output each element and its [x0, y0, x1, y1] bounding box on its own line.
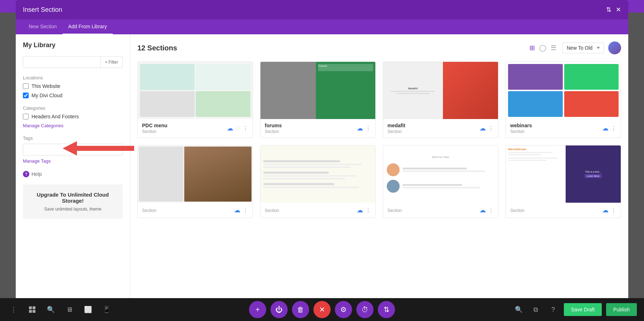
- svg-rect-3: [29, 310, 32, 313]
- toolbar-tablet-button[interactable]: ⬜: [82, 303, 94, 316]
- toolbar-trash-button[interactable]: 🗑: [292, 301, 309, 318]
- sidebar: My Library + Filter Locations This Websi…: [16, 34, 130, 305]
- cloud-icon-5[interactable]: ☁: [234, 206, 240, 214]
- tags-input[interactable]: [23, 144, 123, 155]
- this-website-checkbox[interactable]: [23, 83, 29, 89]
- item-info-forums: forums Section ☁ ⋮: [260, 119, 375, 138]
- search-input[interactable]: [23, 56, 100, 68]
- grid-view-button[interactable]: ⊞: [528, 43, 536, 53]
- toolbar-dots-button[interactable]: ⋮: [7, 303, 20, 316]
- item-thumb-faq: [260, 145, 375, 203]
- item-thumb-forums: Forums: [260, 62, 375, 119]
- toolbar-settings-button[interactable]: ⚙: [335, 301, 352, 318]
- item-name-pdc: PDC menu: [142, 123, 167, 128]
- cloud-icon-forums[interactable]: ☁: [357, 124, 363, 132]
- cloud-icon-medafit[interactable]: ☁: [479, 124, 486, 132]
- more-icon-pdc[interactable]: ⋮: [243, 125, 248, 132]
- item-type-medafit: Section: [387, 129, 405, 134]
- more-icon-marsh[interactable]: ⋮: [611, 207, 616, 214]
- user-avatar[interactable]: [608, 41, 621, 54]
- manage-categories-link[interactable]: Manage Categories: [23, 123, 123, 128]
- item-actions-medafit: ☁ ⋮: [479, 124, 494, 132]
- publish-button[interactable]: Publish: [606, 303, 637, 316]
- more-icon-forums[interactable]: ⋮: [365, 125, 371, 132]
- item-type-marsh: Section: [510, 208, 525, 213]
- item-type-5: Section: [142, 208, 156, 213]
- bottom-toolbar: ⋮ 🔍 🖥 ⬜ 📱 + ⏻ 🗑 ✕ ⚙ ⏱ ⇅ 🔍 ⧉ ? Save Draft…: [0, 298, 644, 321]
- headers-footers-checkbox-item: Headers And Footers: [23, 114, 123, 119]
- toolbar-layers-button[interactable]: ⧉: [530, 303, 542, 316]
- toolbar-history-button[interactable]: ⏱: [356, 301, 374, 318]
- item-card-webinars[interactable]: webinars Section ☁ ⋮: [506, 61, 621, 138]
- items-grid: PDC menu Section ☁ ♡ ⋮: [137, 61, 621, 218]
- toolbar-close-button[interactable]: ✕: [313, 301, 331, 318]
- headers-footers-checkbox[interactable]: [23, 114, 29, 119]
- toolbar-center: + ⏻ 🗑 ✕ ⚙ ⏱ ⇅: [249, 301, 395, 318]
- tab-new-section[interactable]: New Section: [23, 19, 63, 34]
- content-header: 12 Sections ⊞ ◯ ☰ New To Old Old To New …: [137, 41, 621, 54]
- item-name-webinars: webinars: [510, 123, 532, 128]
- toolbar-search-button[interactable]: 🔍: [44, 303, 57, 316]
- item-card-forums[interactable]: Forums forums Section ☁ ⋮: [260, 61, 376, 138]
- item-type-pdc: Section: [142, 129, 167, 134]
- my-divi-cloud-checkbox-item: My Divi Cloud: [23, 93, 123, 98]
- list-view-button[interactable]: ☰: [549, 43, 558, 53]
- item-name-forums: forums: [265, 123, 282, 128]
- categories-section: Categories Headers And Footers Manage Ca…: [23, 105, 123, 128]
- more-icon-team[interactable]: ⋮: [488, 207, 494, 214]
- this-website-checkbox-item: This Website: [23, 83, 123, 89]
- svg-rect-4: [33, 310, 35, 313]
- item-thumb-webinars: [506, 62, 621, 119]
- paint-view-button[interactable]: ◯: [538, 43, 548, 53]
- toolbar-layout-button[interactable]: [26, 303, 39, 316]
- cloud-icon-marsh[interactable]: ☁: [602, 206, 609, 214]
- tab-add-from-library[interactable]: Add From Library: [63, 19, 113, 34]
- item-info-5: Section ☁ ⋮: [138, 203, 253, 218]
- adjust-icon[interactable]: ⇅: [606, 6, 611, 14]
- save-draft-button[interactable]: Save Draft: [564, 303, 602, 316]
- more-icon-5[interactable]: ⋮: [243, 207, 248, 214]
- toolbar-zoom-button[interactable]: 🔍: [512, 303, 525, 316]
- upgrade-box: Upgrade To Unlimited Cloud Storage! Save…: [23, 184, 123, 219]
- main-content: 12 Sections ⊞ ◯ ☰ New To Old Old To New …: [130, 34, 628, 305]
- item-card-medafit[interactable]: MedaFit medafit Section: [383, 61, 498, 138]
- item-info-pdc: PDC menu Section ☁ ♡ ⋮: [138, 119, 253, 138]
- manage-tags-link[interactable]: Manage Tags: [23, 158, 123, 164]
- view-toggle: ⊞ ◯ ☰: [528, 43, 558, 53]
- cloud-icon-pdc[interactable]: ☁: [227, 124, 233, 132]
- locations-label: Locations: [23, 75, 123, 80]
- item-card-5[interactable]: Section ☁ ⋮: [137, 145, 253, 218]
- item-info-marsh: Section ☁ ⋮: [506, 203, 621, 218]
- item-actions-webinars: ☁ ⋮: [602, 124, 616, 132]
- upgrade-text: Save unlimited layouts, theme: [30, 207, 116, 212]
- modal-header-actions: ⇅ ✕: [606, 6, 621, 14]
- item-info-team: Section ☁ ⋮: [383, 203, 498, 218]
- item-thumb-pdc: [138, 62, 253, 119]
- sort-select[interactable]: New To Old Old To New A-Z Z-A: [562, 43, 604, 53]
- toolbar-add-button[interactable]: +: [249, 301, 266, 318]
- toolbar-mobile-button[interactable]: 📱: [100, 303, 113, 316]
- toolbar-desktop-button[interactable]: 🖥: [63, 303, 76, 316]
- more-icon-faq[interactable]: ⋮: [365, 207, 371, 214]
- item-card-team[interactable]: Meet Our Team: [383, 145, 498, 218]
- toolbar-sort-button[interactable]: ⇅: [378, 301, 395, 318]
- item-card-faq[interactable]: Section ☁ ⋮: [260, 145, 376, 218]
- cloud-icon-team[interactable]: ☁: [479, 206, 486, 214]
- item-card-pdc-menu[interactable]: PDC menu Section ☁ ♡ ⋮: [137, 61, 253, 138]
- toolbar-help-button[interactable]: ?: [547, 303, 560, 316]
- cloud-icon-webinars[interactable]: ☁: [602, 124, 609, 132]
- more-icon-webinars[interactable]: ⋮: [611, 125, 616, 132]
- help-row: ? Help: [23, 171, 123, 177]
- my-divi-cloud-checkbox[interactable]: [23, 93, 29, 98]
- close-modal-icon[interactable]: ✕: [616, 6, 621, 14]
- toolbar-power-button[interactable]: ⏻: [270, 301, 288, 318]
- item-card-marsh[interactable]: MarshStream This is a text... Learn More: [506, 145, 621, 218]
- cloud-icon-faq[interactable]: ☁: [357, 206, 363, 214]
- item-actions-marsh: ☁ ⋮: [602, 206, 616, 214]
- item-actions-forums: ☁ ⋮: [357, 124, 371, 132]
- heart-icon-pdc[interactable]: ♡: [235, 125, 240, 132]
- more-icon-medafit[interactable]: ⋮: [488, 125, 494, 132]
- filter-button[interactable]: + Filter: [100, 57, 122, 68]
- modal-tabs: New Section Add From Library: [16, 19, 628, 34]
- content-header-actions: ⊞ ◯ ☰ New To Old Old To New A-Z Z-A: [528, 41, 621, 54]
